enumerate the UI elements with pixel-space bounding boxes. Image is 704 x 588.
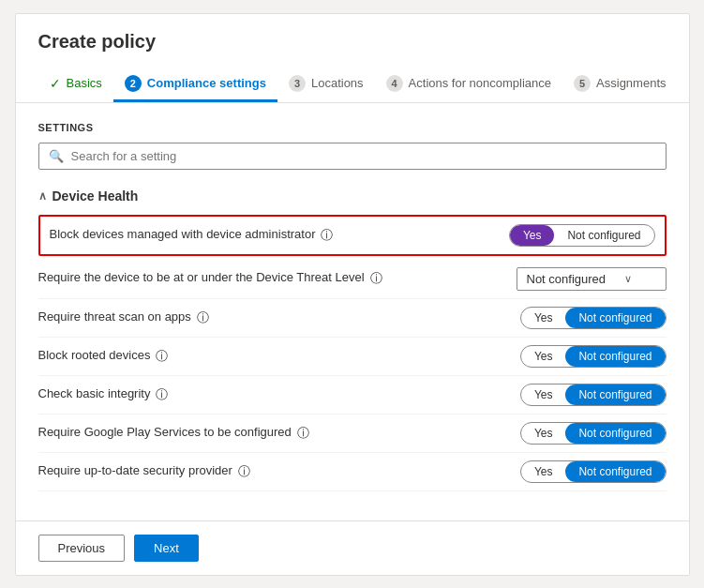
toggle-yes-security-provider[interactable]: Yes [521,461,566,482]
threat-level-dropdown[interactable]: Not configured ∨ [517,267,667,291]
device-health-toggle[interactable]: ∧ Device Health [38,188,667,204]
toggle-yes-block-rooted[interactable]: Yes [521,346,566,367]
toggle-basic-integrity[interactable]: Yes Not configured [520,384,667,406]
info-icon-block-rooted[interactable]: ⓘ [156,348,168,365]
previous-button[interactable]: Previous [38,535,126,562]
step-compliance-badge: 2 [125,75,142,92]
info-icon-google-play[interactable]: ⓘ [297,425,309,442]
row-block-device-admin-label: Block devices managed with device admini… [50,226,316,243]
search-box[interactable]: 🔍 [38,143,667,170]
device-health-label: Device Health [52,188,139,204]
info-icon-threat-level[interactable]: ⓘ [370,270,382,287]
row-security-provider-label: Require up-to-date security provider [38,462,232,479]
create-policy-card: Create policy ✓ Basics 2 Compliance sett… [15,13,690,576]
card-body: SETTINGS 🔍 ∧ Device Health Block devices… [16,103,689,520]
row-block-rooted-label: Block rooted devices [38,347,151,364]
toggle-notconfigured-block-rooted[interactable]: Not configured [565,346,665,367]
row-threat-scan: Require threat scan on apps ⓘ Yes Not co… [38,299,667,338]
chevron-down-icon: ∨ [624,273,632,285]
page-title: Create policy [38,31,667,53]
step-assignments-label: Assignments [596,76,666,90]
toggle-block-rooted[interactable]: Yes Not configured [520,345,667,368]
card-header: Create policy ✓ Basics 2 Compliance sett… [16,14,689,103]
step-compliance-label: Compliance settings [147,76,266,90]
row-threat-level-label: Require the device to be at or under the… [38,269,365,286]
toggle-notconfigured-basic-integrity[interactable]: Not configured [565,384,665,405]
toggle-yes-google-play[interactable]: Yes [521,423,566,444]
row-block-device-admin-control: Yes Not configured [509,224,655,247]
toggle-security-provider[interactable]: Yes Not configured [520,460,667,483]
step-actions-badge: 4 [386,75,403,92]
info-icon-block-device[interactable]: ⓘ [321,227,333,244]
toggle-notconfigured-security-provider[interactable]: Not configured [565,461,665,482]
step-assignments[interactable]: 5 Assignments [562,68,666,102]
row-security-provider-control: Yes Not configured [520,460,667,483]
step-basics-label: Basics [67,76,102,90]
search-input[interactable] [71,149,656,163]
row-threat-scan-label: Require threat scan on apps [38,309,191,325]
card-footer: Previous Next [16,520,689,575]
row-block-rooted-control: Yes Not configured [520,345,667,368]
checkmark-icon: ✓ [50,76,61,91]
row-basic-integrity-label: Check basic integrity [38,385,151,402]
search-icon: 🔍 [49,149,64,163]
chevron-up-icon: ∧ [38,189,47,203]
toggle-yes-basic-integrity[interactable]: Yes [521,384,566,405]
step-locations-label: Locations [311,76,364,90]
threat-level-value: Not configured [527,272,607,286]
row-block-device-admin: Block devices managed with device admini… [38,215,667,256]
row-basic-integrity-control: Yes Not configured [520,384,667,406]
row-threat-level: Require the device to be at or under the… [38,260,667,299]
settings-section-label: SETTINGS [38,122,667,133]
step-locations-badge: 3 [289,75,306,92]
toggle-threat-scan[interactable]: Yes Not configured [520,307,667,329]
row-basic-integrity: Check basic integrity ⓘ Yes Not configur… [38,376,667,415]
step-basics[interactable]: ✓ Basics [38,68,113,101]
next-button[interactable]: Next [134,535,199,562]
row-security-provider: Require up-to-date security provider ⓘ Y… [38,453,667,491]
row-google-play-label: Require Google Play Services to be confi… [38,424,292,441]
row-block-rooted: Block rooted devices ⓘ Yes Not configure… [38,338,667,376]
step-locations[interactable]: 3 Locations [277,68,375,102]
info-icon-security-provider[interactable]: ⓘ [238,463,250,480]
info-icon-basic-integrity[interactable]: ⓘ [156,386,168,403]
step-actions-label: Actions for noncompliance [409,76,551,90]
toggle-yes-threat-scan[interactable]: Yes [521,308,566,328]
toggle-yes-block-device[interactable]: Yes [510,225,555,246]
step-assignments-badge: 5 [574,75,591,92]
info-icon-threat-scan[interactable]: ⓘ [197,309,209,326]
toggle-notconfigured-block-device[interactable]: Not configured [554,225,653,246]
toggle-notconfigured-threat-scan[interactable]: Not configured [565,308,665,328]
step-actions[interactable]: 4 Actions for noncompliance [375,68,562,102]
row-threat-scan-control: Yes Not configured [520,307,667,329]
row-threat-level-control[interactable]: Not configured ∨ [517,267,667,291]
row-google-play-control: Yes Not configured [520,422,667,445]
step-compliance[interactable]: 2 Compliance settings [113,68,277,102]
toggle-google-play[interactable]: Yes Not configured [520,422,667,445]
row-google-play: Require Google Play Services to be confi… [38,415,667,453]
wizard-steps: ✓ Basics 2 Compliance settings 3 Locatio… [38,68,667,102]
toggle-notconfigured-google-play[interactable]: Not configured [565,423,665,444]
toggle-block-device-admin[interactable]: Yes Not configured [509,224,655,247]
device-health-group: ∧ Device Health Block devices managed wi… [38,188,667,491]
